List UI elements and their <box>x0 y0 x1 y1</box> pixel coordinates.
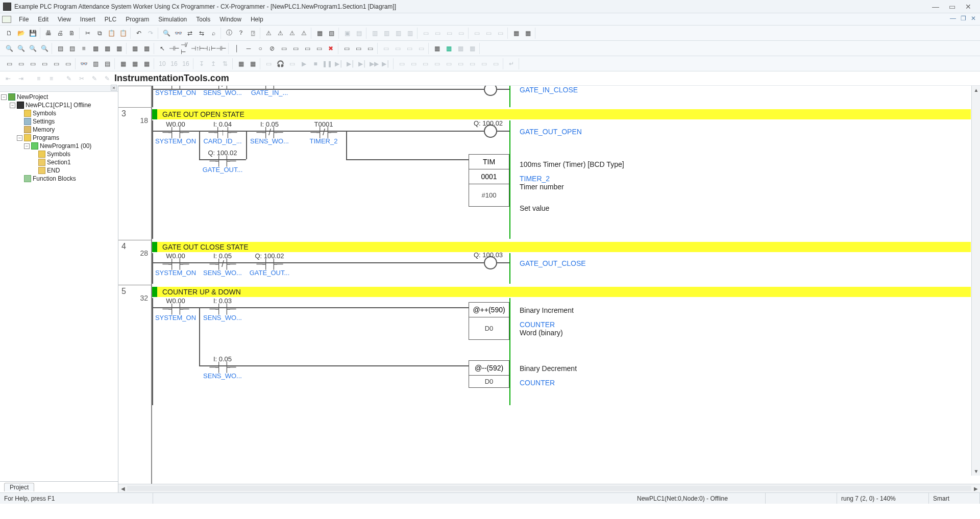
w3-icon[interactable]: ▭ <box>27 58 38 69</box>
sim2-icon[interactable]: ▧ <box>326 28 337 39</box>
z3-icon[interactable]: ⇅ <box>219 58 231 69</box>
step2-icon[interactable]: ▥ <box>381 28 392 39</box>
z1-icon[interactable]: ↧ <box>196 58 207 69</box>
view5-icon[interactable]: ▦ <box>102 43 113 54</box>
menu-plc[interactable]: PLC <box>100 14 121 24</box>
preview-icon[interactable]: 🖨 <box>55 28 66 39</box>
fn3-icon[interactable]: ▭ <box>302 43 313 54</box>
y1-icon[interactable]: ▦ <box>117 58 129 69</box>
io4-icon[interactable]: ▭ <box>455 28 467 39</box>
cursor-icon[interactable]: ↖ <box>157 43 168 54</box>
minimize-button[interactable]: — <box>932 3 939 10</box>
fn-icon[interactable]: ▭ <box>278 43 289 54</box>
t3-icon[interactable]: ▭ <box>364 43 376 54</box>
x1-icon[interactable]: 👓 <box>78 58 89 69</box>
t1-icon[interactable]: ▭ <box>341 43 352 54</box>
copy-icon[interactable]: ⧉ <box>94 28 105 39</box>
whatsthis-icon[interactable]: ⍰ <box>247 28 258 39</box>
extra1-icon[interactable]: ⊣⊢ <box>215 43 227 54</box>
misc3-icon[interactable]: ✎ <box>89 73 100 84</box>
zoom-out-icon[interactable]: 🔍 <box>15 43 27 54</box>
u4-icon[interactable]: ▭ <box>415 43 427 54</box>
warn3-icon[interactable]: ⚠ <box>286 28 298 39</box>
nls-icon[interactable]: ⊣↓⊢ <box>204 43 215 54</box>
contact[interactable]: W0.00─┤ ├─SYSTEM_ON <box>152 252 199 277</box>
close-button[interactable]: ✕ <box>965 3 972 10</box>
tree-root[interactable]: −NewProject <box>1 93 117 101</box>
p2-icon[interactable]: 🎧 <box>275 58 286 69</box>
v1-icon[interactable]: ▦ <box>431 43 443 54</box>
mon1-icon[interactable]: ▭ <box>471 28 482 39</box>
open-icon[interactable]: 📂 <box>15 28 27 39</box>
mdi-minimize[interactable]: — <box>949 15 957 22</box>
pause-icon[interactable]: ❚❚ <box>322 58 333 69</box>
pls-icon[interactable]: ⊣↑⊢ <box>192 43 203 54</box>
ret-icon[interactable]: ↵ <box>506 58 517 69</box>
menu-file[interactable]: File <box>14 14 33 24</box>
sk3-icon[interactable]: ▶│ <box>357 58 368 69</box>
al-b-icon[interactable]: ≡ <box>46 73 57 84</box>
v4-icon[interactable]: ▦ <box>467 43 478 54</box>
s1-icon[interactable]: ▦ <box>235 58 247 69</box>
al9-icon[interactable]: ▭ <box>490 58 501 69</box>
contact[interactable]: I: 0.04─┤↑├─CARD_ID_... <box>199 120 246 145</box>
grid2-icon[interactable]: ▦ <box>141 43 152 54</box>
indent-in-icon[interactable]: ⇥ <box>16 73 27 84</box>
redo-icon[interactable]: ↷ <box>145 28 156 39</box>
zoom4-icon[interactable]: 🔍 <box>39 43 50 54</box>
coil-gate-in-close[interactable] <box>484 86 497 96</box>
misc2-icon[interactable]: ✂ <box>77 73 87 84</box>
tree-section1[interactable]: Section1 <box>1 158 117 166</box>
play-icon[interactable]: ▶ <box>298 58 309 69</box>
view1-icon[interactable]: ▤ <box>55 43 66 54</box>
project-tree[interactable]: −NewProject −NewPLC1[CP1L] Offline Symbo… <box>0 92 118 481</box>
indent-out-icon[interactable]: ⇤ <box>3 73 14 84</box>
zoom3-icon[interactable]: 🔍 <box>27 43 38 54</box>
ladder-viewport[interactable]: 3 18 4 28 5 32 ─┤ ├─SYSTEM_ON ─┤/├─SENS_… <box>118 86 980 484</box>
al2-icon[interactable]: ▭ <box>408 58 419 69</box>
w1-icon[interactable]: ▭ <box>4 58 15 69</box>
misc4-icon[interactable]: ✎ <box>102 73 112 84</box>
nc-icon[interactable]: ⊣/⊢ <box>180 43 191 54</box>
w4-icon[interactable]: ▭ <box>39 58 50 69</box>
find4-icon[interactable]: ⇆ <box>196 28 207 39</box>
tree-symbols[interactable]: Symbols <box>1 109 117 117</box>
paste2-icon[interactable]: 📋 <box>117 28 129 39</box>
sk5-icon[interactable]: ▶│ <box>380 58 391 69</box>
contact[interactable]: T0001─┤/├─TIMER_2 <box>300 120 347 145</box>
zoom-in-icon[interactable]: 🔍 <box>4 43 15 54</box>
menu-tools[interactable]: Tools <box>191 14 215 24</box>
view4-icon[interactable]: ▦ <box>90 43 101 54</box>
undo-icon[interactable]: ↶ <box>133 28 144 39</box>
horizontal-scrollbar[interactable]: ◀ ▶ <box>118 484 980 492</box>
al-a-icon[interactable]: ≡ <box>33 73 44 84</box>
v3-icon[interactable]: ▦ <box>455 43 466 54</box>
warn2-icon[interactable]: ⚠ <box>275 28 286 39</box>
x2-icon[interactable]: ▥ <box>90 58 101 69</box>
al6-icon[interactable]: ▭ <box>455 58 466 69</box>
scroll-down[interactable]: ▼ <box>972 467 980 476</box>
net2-icon[interactable]: ▦ <box>522 28 533 39</box>
tree-symbols2[interactable]: Symbols <box>1 150 117 158</box>
al5-icon[interactable]: ▭ <box>443 58 454 69</box>
mon2-icon[interactable]: ▭ <box>483 28 494 39</box>
find2-icon[interactable]: 👓 <box>173 28 184 39</box>
print-icon[interactable]: 🖶 <box>43 28 54 39</box>
tree-programs[interactable]: −Programs <box>1 134 117 142</box>
al1-icon[interactable]: ▭ <box>396 58 407 69</box>
al4-icon[interactable]: ▭ <box>431 58 443 69</box>
del-icon[interactable]: ✖ <box>325 43 336 54</box>
tree-memory[interactable]: Memory <box>1 126 117 134</box>
find-icon[interactable]: 🔍 <box>161 28 172 39</box>
scroll-up[interactable]: ▲ <box>972 86 980 94</box>
tree-plc[interactable]: −NewPLC1[CP1L] Offline <box>1 101 117 109</box>
contact[interactable]: W0.00─┤ ├─SYSTEM_ON <box>152 120 199 145</box>
new-icon[interactable]: 🗋 <box>4 28 15 39</box>
find5-icon[interactable]: ⌕ <box>208 28 219 39</box>
sk4-icon[interactable]: ▶▶ <box>369 58 380 69</box>
warn4-icon[interactable]: ⚠ <box>298 28 309 39</box>
p1-icon[interactable]: ▭ <box>263 58 274 69</box>
coil-icon[interactable]: ○ <box>255 43 266 54</box>
al8-icon[interactable]: ▭ <box>478 58 489 69</box>
run1-icon[interactable]: ▣ <box>341 28 353 39</box>
